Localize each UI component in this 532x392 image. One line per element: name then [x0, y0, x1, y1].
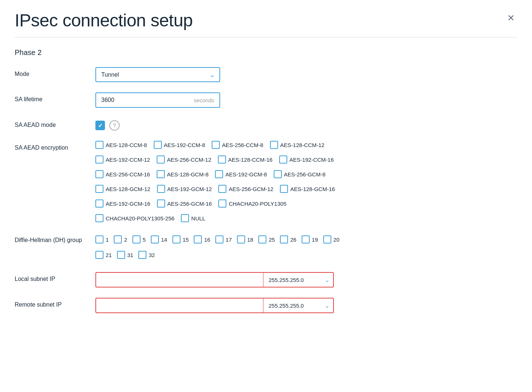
enc-item-aes192gcm12: AES-192-GCM-12: [157, 185, 212, 193]
dh-checkbox-14[interactable]: [151, 235, 159, 243]
enc-label-aes256ccm16: AES-256-CCM-16: [106, 171, 150, 177]
enc-checkbox-aes192ccm16[interactable]: [279, 155, 287, 164]
enc-checkbox-aes128gcm8[interactable]: [157, 170, 165, 178]
help-question-mark: ?: [113, 122, 116, 128]
local-subnet-wrapper: 255.255.255.0 255.255.0.0 255.0.0.0 0.0.…: [95, 272, 334, 287]
enc-item-aes128gcm8: AES-128-GCM-8: [157, 170, 208, 178]
dh-checkbox-5[interactable]: [132, 235, 141, 243]
enc-label-aes256gcm12: AES-256-GCM-12: [229, 186, 273, 192]
dh-checkbox-21[interactable]: [95, 251, 103, 259]
local-subnet-ip-input[interactable]: [96, 273, 263, 287]
enc-item-aes128ccm8: AES-128-CCM-8: [95, 141, 147, 149]
remote-subnet-select-wrapper: 255.255.255.0 255.255.0.0 255.0.0.0 0.0.…: [263, 299, 333, 312]
enc-checkbox-aes128ccm12[interactable]: [270, 141, 278, 149]
dh-group-control: 1 2 5 14 15: [95, 235, 352, 262]
dh-label-21: 21: [106, 252, 112, 258]
enc-item-null: NULL: [181, 214, 205, 222]
remote-subnet-ip-row: Remote subnet IP 255.255.255.0 255.255.0…: [15, 298, 517, 313]
enc-checkbox-aes128ccm8[interactable]: [95, 141, 103, 149]
enc-checkbox-chacha20poly1305[interactable]: [218, 199, 226, 208]
enc-item-aes128ccm16: AES-128-CCM-16: [218, 155, 273, 164]
dh-checkbox-18[interactable]: [237, 235, 245, 243]
sa-lifetime-row: SA lifetime seconds: [15, 92, 517, 108]
dh-checkbox-31[interactable]: [117, 251, 125, 259]
dh-label-31: 31: [127, 252, 134, 258]
enc-label-aes128ccm8: AES-128-CCM-8: [106, 142, 147, 148]
sa-aead-encryption-label: SA AEAD encryption: [15, 141, 95, 151]
enc-item-aes192ccm16: AES-192-CCM-16: [279, 155, 334, 164]
dh-label-25: 25: [269, 237, 275, 243]
dh-checkbox-25[interactable]: [258, 235, 266, 243]
enc-label-aes256ccm12: AES-256-CCM-12: [167, 157, 211, 163]
dh-checkbox-16[interactable]: [194, 235, 202, 243]
remote-subnet-mask-select[interactable]: 255.255.255.0 255.255.0.0 255.0.0.0 0.0.…: [263, 299, 333, 312]
enc-item-aes128gcm12: AES-128-GCM-12: [95, 185, 150, 193]
dh-grid: 1 2 5 14 15: [95, 235, 352, 262]
dh-label-1: 1: [106, 237, 109, 243]
dh-item-21: 21: [95, 251, 112, 259]
dh-label-32: 32: [149, 252, 155, 258]
enc-item-aes256gcm12: AES-256-GCM-12: [218, 185, 273, 193]
dh-label-2: 2: [124, 237, 127, 243]
remote-subnet-ip-input[interactable]: [96, 299, 263, 312]
remote-subnet-ip-control: 255.255.255.0 255.255.0.0 255.0.0.0 0.0.…: [95, 298, 352, 313]
mode-select-wrapper: Tunnel Transport ⌄: [95, 67, 220, 82]
dh-label-16: 16: [204, 237, 210, 243]
sa-lifetime-wrapper: seconds: [95, 92, 220, 108]
enc-checkbox-aes128ccm16[interactable]: [218, 155, 226, 164]
dh-checkbox-19[interactable]: [302, 235, 310, 243]
sa-lifetime-control: seconds: [95, 92, 352, 108]
dh-checkbox-20[interactable]: [323, 235, 331, 243]
enc-item-aes192ccm8: AES-192-CCM-8: [154, 141, 205, 149]
enc-label-aes256ccm8: AES-256-CCM-8: [222, 142, 263, 148]
sa-lifetime-input[interactable]: [96, 93, 194, 107]
sa-aead-mode-help-icon[interactable]: ?: [109, 120, 120, 131]
enc-item-aes256gcm8: AES-256-GCM-8: [274, 170, 325, 178]
dh-item-18: 18: [237, 235, 254, 243]
dh-checkbox-17[interactable]: [215, 235, 223, 243]
checkmark-icon: ✓: [98, 122, 103, 129]
enc-checkbox-aes256ccm16[interactable]: [95, 170, 103, 178]
dh-checkbox-26[interactable]: [280, 235, 288, 243]
enc-item-chacha20poly1305: CHACHA20-POLY1305: [218, 199, 286, 208]
mode-select[interactable]: Tunnel Transport: [96, 68, 219, 81]
enc-label-aes192ccm16: AES-192-CCM-16: [289, 157, 334, 163]
dh-checkbox-1[interactable]: [95, 235, 103, 243]
close-button[interactable]: ×: [504, 10, 517, 25]
enc-checkbox-aes192gcm16[interactable]: [95, 199, 103, 208]
page-title: IPsec connection setup: [15, 10, 193, 30]
enc-checkbox-aes256gcm8[interactable]: [274, 170, 282, 178]
enc-checkbox-aes192ccm8[interactable]: [154, 141, 162, 149]
enc-label-aes192gcm16: AES-192-GCM-16: [106, 201, 150, 207]
enc-checkbox-aes128gcm16[interactable]: [280, 185, 288, 193]
local-subnet-mask-select[interactable]: 255.255.255.0 255.255.0.0 255.0.0.0 0.0.…: [263, 273, 333, 287]
dh-label-17: 17: [226, 237, 232, 243]
dh-label-15: 15: [183, 237, 189, 243]
enc-item-chacha20poly1305-256: CHACHA20-POLY1305-256: [95, 214, 174, 222]
enc-item-aes192gcm16: AES-192-GCM-16: [95, 199, 150, 208]
enc-checkbox-chacha20poly1305-256[interactable]: [95, 214, 103, 222]
enc-checkbox-aes192gcm8[interactable]: [215, 170, 223, 178]
enc-label-aes256gcm16: AES-256-GCM-16: [167, 201, 212, 207]
enc-checkbox-aes256ccm12[interactable]: [157, 155, 165, 164]
enc-label-aes192ccm12: AES-192-CCM-12: [106, 157, 150, 163]
dh-item-17: 17: [215, 235, 232, 243]
dh-checkbox-15[interactable]: [172, 235, 181, 243]
dh-checkbox-2[interactable]: [114, 235, 122, 243]
enc-checkbox-aes256gcm12[interactable]: [218, 185, 226, 193]
enc-checkbox-aes256gcm16[interactable]: [157, 199, 165, 208]
sa-aead-mode-checkbox[interactable]: ✓: [95, 121, 105, 130]
enc-checkbox-aes192gcm12[interactable]: [157, 185, 165, 193]
dh-checkbox-32[interactable]: [138, 251, 146, 259]
enc-item-aes192gcm8: AES-192-GCM-8: [215, 170, 267, 178]
dh-label-20: 20: [334, 237, 340, 243]
enc-checkbox-aes128gcm12[interactable]: [95, 185, 103, 193]
enc-checkbox-aes256ccm8[interactable]: [212, 141, 220, 149]
encryption-grid: AES-128-CCM-8 AES-192-CCM-8 AES-256-CCM-…: [95, 141, 352, 224]
enc-checkbox-aes192ccm12[interactable]: [95, 155, 103, 164]
enc-label-aes192gcm8: AES-192-GCM-8: [225, 171, 267, 177]
enc-item-aes256gcm16: AES-256-GCM-16: [157, 199, 212, 208]
dh-item-25: 25: [258, 235, 275, 243]
enc-label-aes128gcm16: AES-128-GCM-16: [290, 186, 335, 192]
enc-checkbox-null[interactable]: [181, 214, 189, 222]
